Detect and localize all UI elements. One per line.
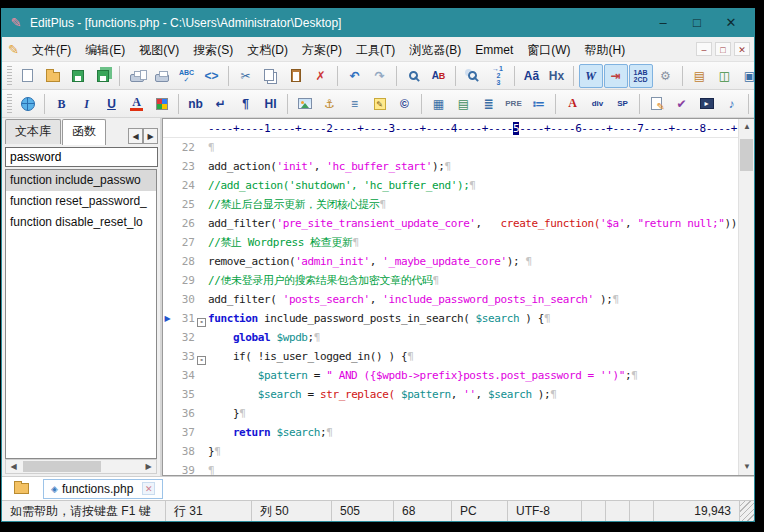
replace-button[interactable] (427, 64, 451, 88)
scroll-left-icon[interactable]: ◀ (6, 460, 21, 473)
menu-item-edit[interactable]: 编辑(E) (78, 40, 132, 60)
list-button[interactable]: ≔ (527, 92, 551, 116)
maximize-button[interactable]: □ (680, 12, 714, 34)
sound-button[interactable]: ♪ (720, 92, 744, 116)
movie-button[interactable] (695, 92, 719, 116)
code-line[interactable]: 33- if( !is_user_logged_in() ) {¶ (163, 347, 738, 366)
code-line[interactable]: 38}¶ (163, 442, 738, 461)
scroll-up-icon[interactable]: ▲ (739, 119, 755, 135)
menu-item-file[interactable]: 文件(F) (25, 40, 78, 60)
cliptext-window-button[interactable]: ▤ (688, 64, 712, 88)
toolbar-grip[interactable] (7, 66, 12, 86)
color-picker-button[interactable] (150, 92, 174, 116)
align-button[interactable]: ≣ (477, 92, 501, 116)
function-filter-input[interactable] (5, 147, 158, 167)
close-button[interactable]: ✕ (714, 12, 748, 34)
save-all-button[interactable] (91, 64, 115, 88)
delete-button[interactable]: ✗ (309, 64, 333, 88)
code-line[interactable]: 35 $search = str_replace( $pattern, '', … (163, 385, 738, 404)
menu-item-tools[interactable]: 工具(T) (349, 40, 402, 60)
paragraph-button[interactable]: ¶ (234, 92, 258, 116)
function-list-item[interactable]: function include_passwo (6, 170, 156, 191)
code-line[interactable]: 22¶ (163, 138, 738, 157)
menu-item-view[interactable]: 视图(V) (132, 40, 186, 60)
preferences-button[interactable]: ⚙ (654, 64, 678, 88)
pre-tag-button[interactable]: PRE (502, 92, 526, 116)
table-cell-button[interactable]: ▤ (452, 92, 476, 116)
line-number-button[interactable]: 1AB 2CD (629, 64, 653, 88)
form-edit-button[interactable] (645, 92, 669, 116)
tab-scroll-right-icon[interactable]: ▶ (143, 128, 158, 144)
scroll-thumb[interactable] (23, 461, 101, 472)
mdi-close-button[interactable]: ✕ (734, 42, 750, 56)
code-line[interactable]: 27//禁止 Wordpress 检查更新¶ (163, 233, 738, 252)
anchor-button[interactable]: ⚓ (318, 92, 342, 116)
underline-button[interactable]: U (100, 92, 124, 116)
combo-field-button[interactable]: ◫ (754, 92, 755, 116)
minimize-button[interactable]: – (646, 12, 680, 34)
insert-image-button[interactable] (293, 92, 317, 116)
undo-button[interactable]: ↶ (343, 64, 367, 88)
italic-button[interactable]: I (75, 92, 99, 116)
scroll-down-icon[interactable]: ▼ (739, 459, 755, 475)
menu-item-help[interactable]: 帮助(H) (578, 40, 633, 60)
bold-button[interactable]: B (50, 92, 74, 116)
spell-check-button[interactable]: ABC ✓ (175, 64, 199, 88)
scroll-right-icon[interactable]: ▶ (141, 460, 156, 473)
resize-grip[interactable] (740, 501, 754, 521)
copy-button[interactable] (259, 64, 283, 88)
open-file-button[interactable] (41, 64, 65, 88)
function-list-item[interactable]: function disable_reset_lo (6, 212, 156, 233)
print-preview-button[interactable] (125, 64, 149, 88)
file-window-button[interactable]: ◫ (713, 64, 737, 88)
menu-item-document[interactable]: 文档(D) (240, 40, 295, 60)
code-line[interactable]: ▶31-function include_password_posts_in_s… (163, 309, 738, 328)
find-in-files-button[interactable] (461, 64, 485, 88)
redo-button[interactable]: ↷ (368, 64, 392, 88)
div-tag-button[interactable]: div (586, 92, 610, 116)
line-break-button[interactable]: ↵ (209, 92, 233, 116)
code-line[interactable]: 32 global $wpdb;¶ (163, 328, 738, 347)
code-line[interactable]: 29//使未登录用户的搜索结果包含加密文章的代码¶ (163, 271, 738, 290)
copyright-button[interactable]: © (393, 92, 417, 116)
tab-scroll-left-icon[interactable]: ◀ (128, 128, 143, 144)
directory-folder-icon[interactable] (14, 483, 29, 494)
goto-line-button[interactable]: →1 2 3 (486, 64, 510, 88)
code-line[interactable]: 23add_action('init', 'hc_buffer_start');… (163, 157, 738, 176)
code-line[interactable]: 24//add_action('shutdown', 'hc_buffer_en… (163, 176, 738, 195)
scroll-thumb[interactable] (740, 139, 753, 171)
new-file-button[interactable] (16, 64, 40, 88)
multicolor-check-button[interactable]: ✔ (670, 92, 694, 116)
comment-button[interactable] (368, 92, 392, 116)
code-line[interactable]: 25//禁止后台显示更新，关闭核心提示¶ (163, 195, 738, 214)
fold-toggle[interactable]: - (195, 310, 208, 328)
menu-item-emmet[interactable]: Emmet (468, 40, 520, 60)
tab-functions[interactable]: 函数 (62, 119, 106, 145)
set-font-button[interactable]: Aã (520, 64, 544, 88)
paste-button[interactable] (284, 64, 308, 88)
code-line[interactable]: 30add_filter( 'posts_search', 'include_p… (163, 290, 738, 309)
auto-indent-button[interactable]: ⇥ (604, 64, 628, 88)
menu-item-project[interactable]: 方案(P) (295, 40, 349, 60)
scroll-track[interactable] (21, 460, 141, 473)
menu-item-browser[interactable]: 浏览器(B) (402, 40, 468, 60)
hrule-button[interactable]: ≡ (343, 92, 367, 116)
nbsp-button[interactable]: nb (184, 92, 208, 116)
heading-button[interactable]: HI (259, 92, 283, 116)
tab-close-icon[interactable]: ✕ (142, 482, 155, 495)
code-line[interactable]: 37 return $search;¶ (163, 423, 738, 442)
fold-toggle[interactable]: - (195, 348, 208, 366)
view-source-button[interactable]: <> (200, 64, 224, 88)
cut-button[interactable]: ✂ (234, 64, 258, 88)
save-button[interactable] (66, 64, 90, 88)
code-line[interactable]: 26add_filter('pre_site_transient_update_… (163, 214, 738, 233)
tab-cliptext[interactable]: 文本库 (5, 119, 61, 144)
code-line[interactable]: 28remove_action('admin_init', '_maybe_up… (163, 252, 738, 271)
font-tag-button[interactable] (561, 92, 585, 116)
print-button[interactable] (150, 64, 174, 88)
code-line[interactable]: 36 }¶ (163, 404, 738, 423)
browser-button[interactable] (16, 92, 40, 116)
menu-item-search[interactable]: 搜索(S) (186, 40, 240, 60)
menu-item-window[interactable]: 窗口(W) (520, 40, 577, 60)
toolbar-grip[interactable] (7, 94, 12, 114)
